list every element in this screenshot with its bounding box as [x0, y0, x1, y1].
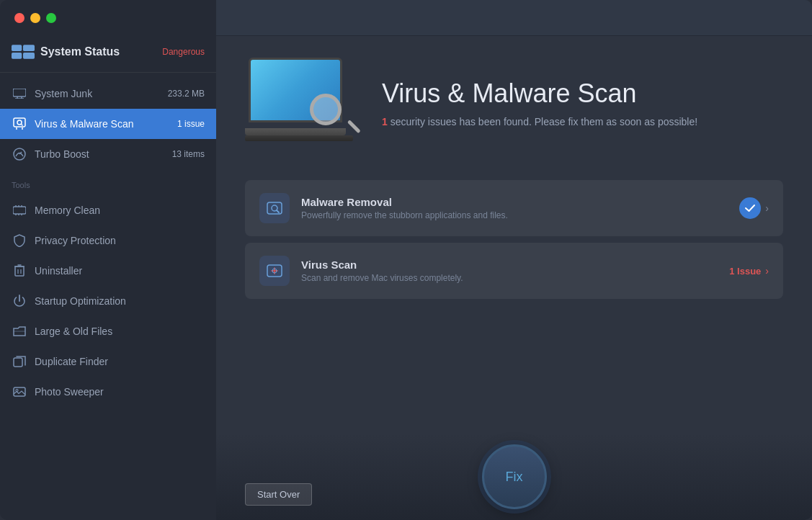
status-badge: Dangerous [162, 47, 205, 57]
sidebar-item-startup-optimization[interactable]: Startup Optimization [0, 286, 216, 316]
turbo-boost-label: Turbo Boost [35, 148, 172, 160]
malware-removal-card[interactable]: Malware Removal Powerfully remove the st… [245, 180, 783, 236]
magnifier-handle [347, 120, 361, 133]
minimize-button[interactable] [30, 13, 40, 23]
svg-rect-2 [23, 45, 35, 51]
bottom-area: Fix [216, 434, 812, 520]
fix-button-container: Fix [482, 444, 547, 509]
svg-rect-29 [14, 387, 25, 396]
sidebar-title: System Status [40, 45, 120, 58]
issue-count: 1 [382, 116, 388, 127]
virus-scan-text: Virus Scan Scan and remove Mac viruses c… [301, 259, 718, 283]
malware-removal-icon [259, 193, 290, 223]
sidebar-item-memory-clean[interactable]: Memory Clean [0, 195, 216, 225]
virus-scan-issue-badge: 1 Issue [729, 266, 761, 277]
sidebar-item-duplicate-finder[interactable]: Duplicate Finder [0, 346, 216, 377]
start-over-button[interactable]: Start Over [245, 483, 312, 506]
large-old-files-label: Large & Old Files [35, 326, 205, 337]
sidebar-header: System Status Dangerous [0, 43, 216, 72]
main-header [216, 0, 812, 36]
files-icon [12, 323, 27, 339]
malware-removal-title: Malware Removal [301, 196, 728, 208]
svg-line-12 [22, 125, 23, 126]
privacy-protection-label: Privacy Protection [35, 235, 205, 246]
hero-title: Virus & Malware Scan [382, 79, 783, 108]
svg-rect-31 [267, 202, 282, 214]
power-icon [12, 293, 27, 309]
svg-rect-28 [14, 358, 22, 367]
virus-scan-desc: Scan and remove Mac viruses completely. [301, 273, 718, 283]
hero-subtitle-text: security issues has been found. Please f… [388, 116, 697, 127]
virus-scan-card[interactable]: Virus Scan Scan and remove Mac viruses c… [245, 243, 783, 299]
magnifier [310, 94, 353, 137]
system-junk-badge: 233.2 MB [168, 89, 205, 99]
uninstaller-label: Uninstaller [35, 265, 205, 277]
duplicate-finder-label: Duplicate Finder [35, 356, 205, 367]
svg-rect-8 [14, 118, 25, 127]
svg-point-11 [17, 120, 22, 125]
sidebar-item-photo-sweeper[interactable]: Photo Sweeper [0, 377, 216, 407]
system-junk-label: System Junk [35, 88, 168, 99]
memory-clean-label: Memory Clean [35, 205, 205, 216]
monitor-icon [12, 86, 27, 102]
main-content-area: Virus & Malware Scan 1 security issues h… [216, 0, 812, 520]
fix-button[interactable]: Fix [482, 444, 547, 509]
malware-removal-desc: Powerfully remove the stubborn applicati… [301, 210, 728, 220]
malware-removal-text: Malware Removal Powerfully remove the st… [301, 196, 728, 220]
close-button[interactable] [14, 13, 24, 23]
hero-section: Virus & Malware Scan 1 security issues h… [245, 58, 783, 151]
sidebar-item-privacy-protection[interactable]: Privacy Protection [0, 225, 216, 256]
chevron-right-icon: › [765, 202, 769, 214]
svg-rect-0 [12, 45, 22, 51]
virus-scan-icon [259, 256, 290, 286]
virus-scan-title: Virus Scan [301, 259, 718, 271]
check-circle-icon [739, 197, 761, 219]
sidebar-item-large-old-files[interactable]: Large & Old Files [0, 316, 216, 346]
system-status-icon [12, 43, 35, 60]
shield-icon [12, 233, 27, 248]
virus-scan-action[interactable]: 1 Issue › [729, 265, 769, 277]
hero-text: Virus & Malware Scan 1 security issues h… [382, 79, 783, 130]
traffic-lights [14, 13, 56, 23]
svg-rect-4 [13, 89, 26, 97]
svg-rect-3 [23, 53, 35, 59]
hero-image [245, 58, 360, 151]
issue-chevron-icon: › [765, 265, 769, 277]
sidebar: System Status Dangerous System Junk 233.… [0, 0, 216, 520]
sidebar-item-uninstaller[interactable]: Uninstaller [0, 256, 216, 286]
photo-sweeper-label: Photo Sweeper [35, 386, 205, 398]
startup-optimization-label: Startup Optimization [35, 295, 205, 307]
sidebar-item-system-junk[interactable]: System Junk 233.2 MB [0, 79, 216, 109]
hero-subtitle: 1 security issues has been found. Please… [382, 115, 783, 130]
gauge-icon [12, 146, 27, 162]
malware-removal-action[interactable]: › [739, 197, 769, 219]
svg-rect-22 [15, 266, 24, 276]
sidebar-item-virus-malware-scan[interactable]: Virus & Malware Scan 1 issue [0, 109, 216, 139]
photo-icon [12, 384, 27, 400]
virus-malware-scan-badge: 1 issue [177, 119, 205, 129]
virus-malware-scan-label: Virus & Malware Scan [35, 118, 177, 130]
laptop-illustration [245, 58, 353, 144]
magnifier-circle [310, 94, 342, 125]
duplicate-icon [12, 354, 27, 369]
maximize-button[interactable] [46, 13, 56, 23]
sidebar-header-left: System Status [12, 43, 120, 60]
memory-icon [12, 202, 27, 218]
tools-section-label: Tools [0, 169, 216, 195]
sidebar-item-turbo-boost[interactable]: Turbo Boost 13 items [0, 139, 216, 169]
shield-scan-icon [12, 116, 27, 132]
trash-icon [12, 263, 27, 279]
sidebar-divider [0, 72, 216, 73]
svg-point-30 [16, 390, 18, 392]
svg-rect-1 [12, 53, 22, 59]
svg-rect-15 [13, 207, 26, 214]
turbo-boost-badge: 13 items [172, 149, 205, 159]
